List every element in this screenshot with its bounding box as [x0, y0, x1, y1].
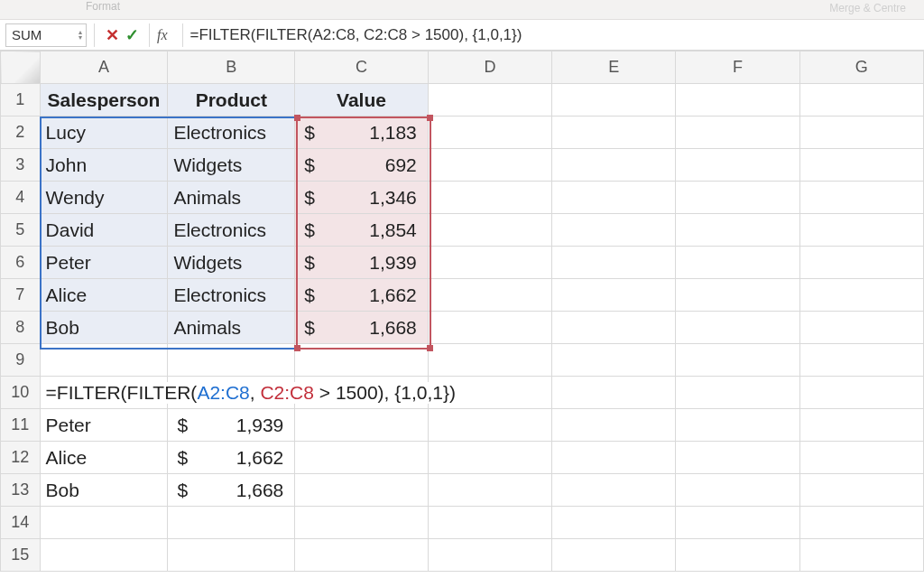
cell-A3[interactable]: John — [40, 149, 168, 182]
cell-C11[interactable] — [295, 409, 428, 442]
cell-B11[interactable]: $1,939 — [168, 409, 295, 442]
cell-D6[interactable] — [428, 247, 551, 279]
cell-B2[interactable]: Electronics — [168, 117, 295, 149]
cell-C2[interactable]: $1,183 — [295, 117, 428, 149]
row-header-8[interactable]: 8 — [1, 312, 41, 344]
select-all-corner[interactable] — [1, 51, 41, 84]
cell-G6[interactable] — [799, 247, 923, 279]
cell-D14[interactable] — [428, 507, 551, 539]
cell-G9[interactable] — [799, 344, 923, 377]
cell-B4[interactable]: Animals — [168, 182, 295, 214]
row-header-2[interactable]: 2 — [1, 117, 41, 149]
row-header-1[interactable]: 1 — [1, 84, 41, 117]
column-header-A[interactable]: A — [40, 51, 168, 84]
cell-E10[interactable] — [552, 377, 676, 409]
cancel-formula-button[interactable]: ✕ — [102, 25, 122, 45]
cell-A15[interactable] — [40, 539, 168, 572]
cell-D3[interactable] — [428, 149, 551, 182]
cell-C13[interactable] — [295, 474, 428, 507]
cell-B12[interactable]: $1,662 — [168, 442, 295, 474]
cell-G11[interactable] — [799, 409, 923, 442]
cell-G10[interactable] — [799, 377, 923, 409]
name-box-stepper[interactable]: ▴ ▾ — [79, 30, 82, 41]
cell-A2[interactable]: Lucy — [40, 117, 168, 149]
cell-A11[interactable]: Peter — [40, 409, 168, 442]
cell-D9[interactable] — [428, 344, 551, 377]
cell-G7[interactable] — [799, 279, 923, 312]
cell-B6[interactable]: Widgets — [168, 247, 295, 279]
cell-D4[interactable] — [428, 182, 551, 214]
cell-F11[interactable] — [676, 409, 799, 442]
cell-B8[interactable]: Animals — [168, 312, 295, 344]
cell-G1[interactable] — [799, 84, 923, 117]
row-header-12[interactable]: 12 — [1, 442, 41, 474]
accept-formula-button[interactable]: ✓ — [122, 25, 142, 45]
cell-A9[interactable] — [40, 344, 168, 377]
cell-F9[interactable] — [676, 344, 799, 377]
row-header-13[interactable]: 13 — [1, 474, 41, 507]
cell-F15[interactable] — [676, 539, 799, 572]
cell-C14[interactable] — [295, 507, 428, 539]
cell-D8[interactable] — [428, 312, 551, 344]
row-header-5[interactable]: 5 — [1, 214, 41, 247]
row-header-7[interactable]: 7 — [1, 279, 41, 312]
cell-A5[interactable]: David — [40, 214, 168, 247]
cell-G3[interactable] — [799, 149, 923, 182]
cell-F3[interactable] — [676, 149, 799, 182]
column-header-F[interactable]: F — [676, 51, 799, 84]
cell-E4[interactable] — [552, 182, 676, 214]
cell-D15[interactable] — [428, 539, 551, 572]
cell-F6[interactable] — [676, 247, 799, 279]
cell-B3[interactable]: Widgets — [168, 149, 295, 182]
column-header-E[interactable]: E — [552, 51, 676, 84]
cell-C3[interactable]: $692 — [295, 149, 428, 182]
cell-B13[interactable]: $1,668 — [168, 474, 295, 507]
column-header-G[interactable]: G — [799, 51, 923, 84]
row-header-10[interactable]: 10 — [1, 377, 41, 409]
cell-A12[interactable]: Alice — [40, 442, 168, 474]
cell-C7[interactable]: $1,662 — [295, 279, 428, 312]
column-header-B[interactable]: B — [168, 51, 295, 84]
cell-F14[interactable] — [676, 507, 799, 539]
cell-G14[interactable] — [799, 507, 923, 539]
cell-E11[interactable] — [552, 409, 676, 442]
cell-B14[interactable] — [168, 507, 295, 539]
cell-C8[interactable]: $1,668 — [295, 312, 428, 344]
cell-D13[interactable] — [428, 474, 551, 507]
cell-E8[interactable] — [552, 312, 676, 344]
cell-E7[interactable] — [552, 279, 676, 312]
name-box[interactable]: SUM ▴ ▾ — [5, 23, 87, 47]
cell-E2[interactable] — [552, 117, 676, 149]
cell-G2[interactable] — [799, 117, 923, 149]
cell-C6[interactable]: $1,939 — [295, 247, 428, 279]
cell-F12[interactable] — [676, 442, 799, 474]
row-header-11[interactable]: 11 — [1, 409, 41, 442]
cell-E14[interactable] — [552, 507, 676, 539]
cell-B5[interactable]: Electronics — [168, 214, 295, 247]
cell-B15[interactable] — [168, 539, 295, 572]
cell-F5[interactable] — [676, 214, 799, 247]
cell-D11[interactable] — [428, 409, 551, 442]
row-header-14[interactable]: 14 — [1, 507, 41, 539]
cell-A8[interactable]: Bob — [40, 312, 168, 344]
cell-A4[interactable]: Wendy — [40, 182, 168, 214]
cell-E3[interactable] — [552, 149, 676, 182]
column-header-D[interactable]: D — [428, 51, 551, 84]
cell-C4[interactable]: $1,346 — [295, 182, 428, 214]
cell-G8[interactable] — [799, 312, 923, 344]
cell-G4[interactable] — [799, 182, 923, 214]
cell-E9[interactable] — [552, 344, 676, 377]
cell-E1[interactable] — [552, 84, 676, 117]
column-header-C[interactable]: C — [295, 51, 428, 84]
cell-E13[interactable] — [552, 474, 676, 507]
cell-G13[interactable] — [799, 474, 923, 507]
cell-C9[interactable] — [295, 344, 428, 377]
cell-F4[interactable] — [676, 182, 799, 214]
cell-A1[interactable]: Salesperson — [40, 84, 168, 117]
row-header-9[interactable]: 9 — [1, 344, 41, 377]
cell-C15[interactable] — [295, 539, 428, 572]
cell-D12[interactable] — [428, 442, 551, 474]
row-header-3[interactable]: 3 — [1, 149, 41, 182]
cell-G5[interactable] — [799, 214, 923, 247]
cell-B9[interactable] — [168, 344, 295, 377]
